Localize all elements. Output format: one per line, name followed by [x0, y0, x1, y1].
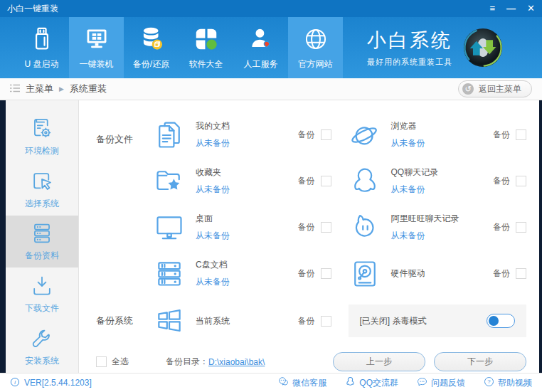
back-arrow-icon: ↺: [462, 83, 474, 95]
backup-item-status[interactable]: 从未备份: [391, 230, 471, 242]
backup-checkbox-hardware-driver[interactable]: [516, 268, 526, 279]
backup-item-hardware-driver: 硬件驱动 备份: [349, 250, 527, 297]
footer-link-wechat-service[interactable]: 微信客服: [278, 376, 326, 389]
database-icon: [137, 25, 166, 53]
backup-checkbox-my-documents[interactable]: [321, 129, 331, 140]
nav-items: U 盘启动 一键装机 备份/还原 软件大全 人工服务 官方网站: [14, 17, 343, 78]
backup-item-qq-history: QQ聊天记录 从未备份 备份: [349, 158, 527, 204]
sidebar-item-label: 下载文件: [25, 302, 59, 314]
backup-item-status[interactable]: 从未备份: [196, 184, 275, 196]
bottom-controls: 全选 备份目录： D:\xiaobai\bak\ 上一步 下一步: [79, 351, 539, 373]
qq-icon: [349, 165, 381, 198]
antivirus-mode-box: [已关闭] 杀毒模式: [349, 304, 527, 337]
sidebar-item-select-system[interactable]: 选择系统: [6, 163, 78, 216]
env-check-icon: [29, 116, 55, 142]
sidebar-item-label: 备份资料: [25, 250, 59, 262]
select-all-checkbox[interactable]: [96, 356, 107, 367]
backup-items-grid: 我的文档 从未备份 备份 浏览器 从未备份 备份 收藏夹 从未备份 备份: [153, 112, 539, 297]
backup-item-name: C盘文档: [196, 259, 275, 271]
sidebar-item-label: 环境检测: [25, 145, 59, 157]
download-icon: [29, 273, 55, 299]
sidebar-item-download-files[interactable]: 下载文件: [6, 267, 78, 320]
cdrive-icon: [153, 258, 186, 290]
backup-item-status[interactable]: 从未备份: [196, 230, 275, 242]
backup-item-current-system: 当前系统 备份: [153, 304, 331, 337]
nav-item-official-site[interactable]: 官方网站: [288, 17, 343, 78]
footer-link-label: 微信客服: [292, 377, 326, 389]
feedback-icon: [417, 376, 427, 389]
next-step-button[interactable]: 下一步: [434, 352, 526, 371]
breadcrumb-bar: 主菜单 ▶ 系统重装 ↺ 返回主菜单: [0, 78, 542, 100]
backup-files-label: 备份文件: [79, 112, 153, 297]
windows-icon: [153, 304, 186, 337]
backup-item-name: 当前系统: [196, 315, 275, 327]
backup-checkbox-desktop[interactable]: [321, 222, 331, 233]
back-to-menu-button[interactable]: ↺ 返回主菜单: [458, 80, 532, 97]
breadcrumb: 主菜单 ▶ 系统重装: [10, 83, 107, 95]
backup-directory-link[interactable]: D:\xiaobai\bak\: [208, 357, 265, 367]
window-title: 小白一键重装: [7, 3, 58, 15]
backup-checkbox-current-system[interactable]: [321, 316, 331, 327]
select-system-icon: [29, 169, 55, 194]
svg-text:?: ?: [487, 378, 491, 385]
backup-item-name: 硬件驱动: [391, 267, 471, 280]
monitor-icon: [83, 25, 111, 53]
help-icon: ?: [484, 376, 494, 389]
antivirus-toggle[interactable]: [487, 314, 515, 328]
support-icon: [247, 25, 275, 53]
sidebar-item-env-check[interactable]: 环境检测: [6, 110, 78, 163]
backup-item-status[interactable]: 从未备份: [391, 137, 471, 149]
documents-icon: [153, 119, 186, 152]
breadcrumb-root[interactable]: 主菜单: [26, 83, 53, 95]
sidebar-item-backup-data[interactable]: 备份资料: [6, 216, 78, 268]
prev-step-button[interactable]: 上一步: [333, 352, 425, 371]
nav-item-label: 一键装机: [80, 58, 114, 70]
backup-checkbox-qq-history[interactable]: [516, 176, 526, 186]
breadcrumb-current: 系统重装: [70, 83, 107, 95]
backup-item-status[interactable]: 从未备份: [391, 184, 471, 196]
nav-item-label: 官方网站: [299, 58, 333, 70]
driver-icon: [349, 258, 381, 290]
footer-link-qq-group[interactable]: QQ交流群: [345, 376, 398, 389]
backup-item-status[interactable]: 从未备份: [196, 137, 275, 149]
backup-checkbox-favorites[interactable]: [321, 176, 331, 186]
footer-links: 微信客服 QQ交流群 问题反馈 ? 帮助视频: [278, 376, 532, 389]
backup-item-status[interactable]: 从未备份: [196, 276, 275, 288]
backup-checkbox-browser[interactable]: [516, 129, 526, 140]
minimize-button[interactable]: —: [506, 0, 516, 17]
backup-checkbox-wangwang-history[interactable]: [516, 222, 526, 233]
nav-item-software[interactable]: 软件大全: [179, 17, 233, 78]
app-window: 小白一键重装 ≡ — ✕ U 盘启动 一键装机 备份/还原 软件大全 人工服务 …: [0, 0, 542, 392]
usb-drive-icon: [28, 25, 56, 53]
menu-button[interactable]: ≡: [490, 0, 496, 17]
nav-item-support[interactable]: 人工服务: [233, 17, 288, 78]
nav-item-label: U 盘启动: [25, 58, 59, 70]
backup-item-wangwang-history: 阿里旺旺聊天记录 从未备份 备份: [349, 204, 527, 250]
backup-item-browser: 浏览器 从未备份 备份: [349, 112, 527, 158]
version: i VER[2.5.44.1203]: [10, 377, 92, 389]
footer-link-label: QQ交流群: [359, 377, 398, 389]
qq-chat-icon: [345, 376, 356, 389]
brand: 小白系统 最好用的系统重装工具: [367, 17, 504, 78]
window-controls: ≡ — ✕: [490, 0, 536, 17]
apps-icon: [192, 25, 220, 53]
nav-item-backup-restore[interactable]: 备份/还原: [124, 17, 179, 78]
footer-link-feedback[interactable]: 问题反馈: [417, 376, 465, 389]
svg-text:i: i: [14, 378, 16, 385]
sidebar-item-install-system[interactable]: 安装系统: [6, 320, 78, 373]
backup-item-name: 浏览器: [391, 120, 471, 132]
backup-system-label: 备份系统: [79, 314, 153, 327]
backup-item-name: 我的文档: [196, 120, 275, 132]
backup-item-name: 阿里旺旺聊天记录: [391, 213, 471, 225]
backup-checkbox-c-drive-docs[interactable]: [321, 268, 331, 279]
title-bar: 小白一键重装 ≡ — ✕: [0, 0, 542, 17]
close-button[interactable]: ✕: [527, 0, 535, 17]
nav-item-usb-boot[interactable]: U 盘启动: [14, 17, 69, 78]
list-icon: [10, 84, 20, 95]
footer-link-label: 帮助视频: [498, 377, 532, 389]
main-content: 备份文件 我的文档 从未备份 备份 浏览器 从未备份 备份 收藏夹 从未备份: [79, 100, 539, 373]
backup-item-favorites: 收藏夹 从未备份 备份: [153, 158, 331, 204]
nav-item-onekey-install[interactable]: 一键装机: [69, 17, 124, 78]
toggle-knob: [489, 316, 499, 326]
footer-link-help-videos[interactable]: ? 帮助视频: [484, 376, 532, 389]
